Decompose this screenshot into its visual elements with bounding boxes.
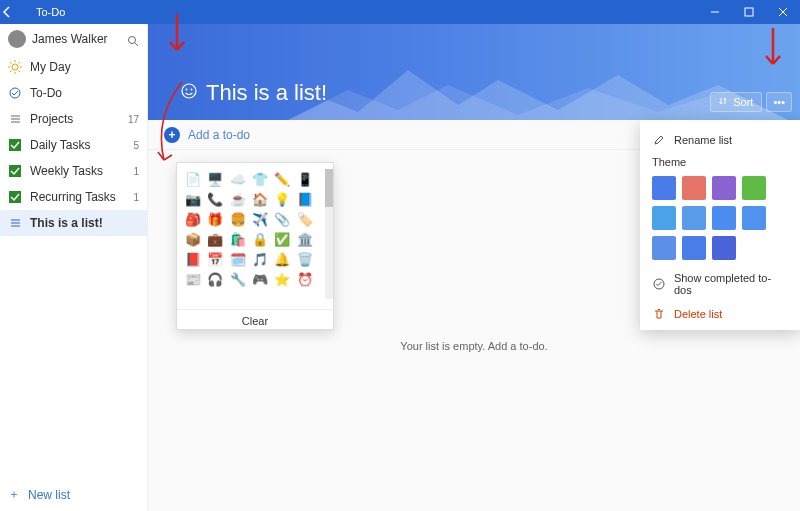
ellipsis-icon: •••: [773, 96, 785, 108]
list-title-row[interactable]: This is a list!: [180, 80, 327, 106]
svg-point-2: [129, 37, 136, 44]
emoji-option[interactable]: 🔧: [228, 269, 248, 289]
theme-swatch[interactable]: [712, 236, 736, 260]
emoji-option[interactable]: 🎁: [205, 209, 225, 229]
new-list-button[interactable]: ＋ New list: [0, 478, 147, 511]
theme-swatch[interactable]: [682, 236, 706, 260]
emoji-option[interactable]: 📅: [205, 249, 225, 269]
list-title: This is a list!: [206, 80, 327, 106]
emoji-clear-button[interactable]: Clear: [177, 309, 333, 331]
sidebar-item-label: To-Do: [30, 86, 131, 100]
sort-icon: [719, 96, 729, 108]
sidebar-item-this-is-a-list[interactable]: This is a list!: [0, 210, 147, 236]
theme-swatch[interactable]: [682, 206, 706, 230]
sidebar-item-label: Projects: [30, 112, 120, 126]
pencil-icon: [652, 134, 666, 146]
emoji-option[interactable]: ✏️: [272, 169, 292, 189]
theme-swatches: [640, 172, 800, 266]
svg-line-11: [10, 71, 12, 73]
sidebar-item-label: Weekly Tasks: [30, 164, 125, 178]
emoji-option[interactable]: 📎: [272, 209, 292, 229]
emoji-option[interactable]: 📷: [183, 189, 203, 209]
window-close-button[interactable]: [766, 0, 800, 24]
rename-list-label: Rename list: [674, 134, 732, 146]
emoji-option[interactable]: 💡: [272, 189, 292, 209]
emoji-option[interactable]: ⏰: [295, 269, 315, 289]
emoji-option[interactable]: 📦: [183, 229, 203, 249]
list-header: This is a list! Sort •••: [148, 24, 800, 120]
theme-swatch[interactable]: [742, 206, 766, 230]
emoji-option[interactable]: 🔒: [250, 229, 270, 249]
emoji-option[interactable]: 🎮: [250, 269, 270, 289]
emoji-option[interactable]: 📕: [183, 249, 203, 269]
sidebar-item-daily-tasks[interactable]: Daily Tasks 5: [0, 132, 147, 158]
rename-list-item[interactable]: Rename list: [640, 128, 800, 152]
search-icon[interactable]: [127, 33, 139, 45]
window-minimize-button[interactable]: [698, 0, 732, 24]
sidebar-item-recurring-tasks[interactable]: Recurring Tasks 1: [0, 184, 147, 210]
emoji-option[interactable]: 📘: [295, 189, 315, 209]
list-icon: [8, 112, 22, 126]
emoji-option[interactable]: 🗓️: [228, 249, 248, 269]
emoji-option[interactable]: 🏷️: [295, 209, 315, 229]
profile-name: James Walker: [32, 32, 121, 46]
emoji-option[interactable]: 📞: [205, 189, 225, 209]
emoji-option[interactable]: 🎒: [183, 209, 203, 229]
emoji-option[interactable]: 🍔: [228, 209, 248, 229]
more-button[interactable]: •••: [766, 92, 792, 112]
sidebar-item-label: Recurring Tasks: [30, 190, 125, 204]
theme-swatch[interactable]: [712, 206, 736, 230]
list-icon: [8, 216, 22, 230]
sun-icon: [8, 60, 22, 74]
back-button[interactable]: [0, 5, 32, 19]
emoji-option[interactable]: 👕: [250, 169, 270, 189]
emoji-option[interactable]: 🎵: [250, 249, 270, 269]
avatar: [8, 30, 26, 48]
emoji-option[interactable]: 💼: [205, 229, 225, 249]
show-completed-item[interactable]: Show completed to-dos: [640, 266, 800, 302]
window-maximize-button[interactable]: [732, 0, 766, 24]
sidebar-item-projects[interactable]: Projects 17: [0, 106, 147, 132]
theme-swatch[interactable]: [742, 176, 766, 200]
theme-swatch[interactable]: [712, 176, 736, 200]
emoji-option[interactable]: 🖥️: [205, 169, 225, 189]
svg-line-12: [19, 62, 21, 64]
svg-rect-17: [9, 139, 21, 151]
theme-swatch[interactable]: [652, 176, 676, 200]
svg-rect-1: [745, 8, 753, 16]
annotation-arrow: [758, 28, 788, 78]
theme-swatch[interactable]: [652, 206, 676, 230]
trash-icon: [652, 308, 666, 320]
sidebar-item-label: My Day: [30, 60, 131, 74]
emoji-option[interactable]: 🎧: [205, 269, 225, 289]
emoji-scrollbar[interactable]: [325, 169, 333, 299]
emoji-option[interactable]: 🛍️: [228, 229, 248, 249]
emoji-option[interactable]: 🔔: [272, 249, 292, 269]
sidebar-item-weekly-tasks[interactable]: Weekly Tasks 1: [0, 158, 147, 184]
delete-list-item[interactable]: Delete list: [640, 302, 800, 326]
emoji-option[interactable]: ✈️: [250, 209, 270, 229]
sidebar-item-my-day[interactable]: My Day: [0, 54, 147, 80]
sort-label: Sort: [733, 96, 753, 108]
sort-button[interactable]: Sort: [710, 92, 762, 112]
emoji-option[interactable]: ☁️: [228, 169, 248, 189]
theme-label: Theme: [640, 152, 800, 172]
sidebar-item-count: 5: [133, 140, 139, 151]
emoji-option[interactable]: 🏛️: [295, 229, 315, 249]
theme-swatch[interactable]: [652, 236, 676, 260]
emoji-option[interactable]: 🏠: [250, 189, 270, 209]
profile-row[interactable]: James Walker: [0, 24, 147, 54]
emoji-option[interactable]: 📱: [295, 169, 315, 189]
add-todo-placeholder: Add a to-do: [188, 128, 250, 142]
scroll-thumb[interactable]: [325, 169, 333, 207]
emoji-option[interactable]: ⭐: [272, 269, 292, 289]
theme-swatch[interactable]: [682, 176, 706, 200]
emoji-option[interactable]: ☕: [228, 189, 248, 209]
emoji-option[interactable]: 📰: [183, 269, 203, 289]
emoji-option[interactable]: 🗑️: [295, 249, 315, 269]
sidebar-item-todo[interactable]: To-Do: [0, 80, 147, 106]
emoji-option[interactable]: 📄: [183, 169, 203, 189]
empty-message: Your list is empty. Add a to-do.: [400, 340, 547, 352]
title-bar: To-Do: [0, 0, 800, 24]
emoji-option[interactable]: ✅: [272, 229, 292, 249]
